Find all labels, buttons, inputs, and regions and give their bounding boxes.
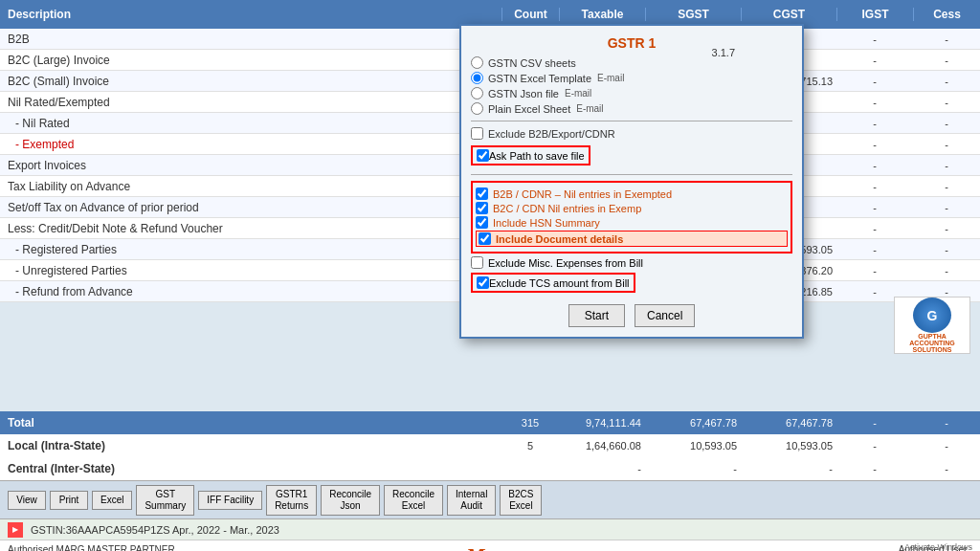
- csv-label: GSTN CSV sheets: [488, 57, 576, 69]
- central-cgst: -: [741, 463, 836, 474]
- central-cess: -: [913, 463, 980, 474]
- total-cgst: 67,467.78: [741, 417, 836, 429]
- central-taxable: -: [559, 463, 645, 474]
- cancel-button[interactable]: Cancel: [635, 304, 695, 327]
- main-content: Description Count Taxable SGST CGST IGST…: [0, 0, 980, 411]
- company-logo: G GUPTHA ACCOUNTING SOLUTIONS: [894, 297, 970, 354]
- export-options: GSTN CSV sheets GSTN Excel Template E-ma…: [471, 56, 792, 115]
- central-label: Central (Inter-State): [0, 462, 501, 475]
- central-igst: -: [836, 463, 913, 474]
- cb-doc-label: Include Document details: [496, 233, 623, 245]
- ask-path-label: Ask Path to save file: [489, 150, 585, 162]
- total-row: Total 315 9,74,111.44 67,467.78 67,467.7…: [0, 411, 980, 434]
- local-cess: -: [913, 440, 980, 452]
- dialog-title: GSTR 1: [471, 35, 792, 51]
- toolbar-btn-gstsummary[interactable]: GST Summary: [136, 485, 194, 516]
- total-taxable: 9,74,111.44: [559, 417, 645, 429]
- highlighted-checkboxes-group: B2B / CDNR – Nil entries in Exempted B2C…: [471, 181, 792, 253]
- total-label: Total: [0, 416, 501, 430]
- footer-info: Authorised MARG MASTER PARTNER GUPTHA BU…: [0, 540, 980, 551]
- local-sgst: 10,593.05: [645, 440, 741, 452]
- start-button[interactable]: Start: [568, 304, 625, 327]
- toolbar-btn-excel[interactable]: Excel: [92, 491, 132, 510]
- logo-circle: G: [913, 298, 951, 333]
- footer-left: Authorised MARG MASTER PARTNER GUPTHA BU…: [8, 544, 466, 551]
- toolbar-btn-reconcileexcel[interactable]: Reconcile Excel: [384, 485, 443, 516]
- cb-misc-expenses[interactable]: Exclude Misc. Expenses from Bill: [471, 256, 792, 269]
- toolbar-btn-b2csexcel[interactable]: B2CS Excel: [500, 485, 542, 516]
- toolbar-btn-ifffacility[interactable]: IFF Facility: [198, 491, 262, 510]
- central-sgst: -: [645, 463, 741, 474]
- toolbar-btn-internalaudit[interactable]: Internal Audit: [447, 485, 496, 516]
- cb-tcs-row[interactable]: Exclude TCS amount from Bill: [471, 273, 635, 293]
- marg-logo: Marg: [466, 543, 514, 552]
- option-json[interactable]: GSTN Json file E-mail: [471, 87, 792, 99]
- exclude-b2b-row[interactable]: Exclude B2B/Export/CDNR: [471, 127, 792, 140]
- cb-b2b-cdnr-label: B2B / CDNR – Nil entries in Exempted: [493, 188, 672, 200]
- cb-doc-details[interactable]: Include Document details: [476, 231, 788, 247]
- footer-center: Marg: [466, 543, 514, 552]
- logo-name: GUPTHA ACCOUNTING SOLUTIONS: [895, 333, 969, 353]
- excel-template-label: GSTN Excel Template: [488, 73, 591, 84]
- local-label: Local (Intra-State): [0, 439, 501, 452]
- local-cgst: 10,593.05: [741, 440, 836, 452]
- option-plain-excel[interactable]: Plain Excel Sheet E-mail: [471, 102, 792, 115]
- option-excel-template[interactable]: GSTN Excel Template E-mail: [471, 72, 792, 84]
- plain-email-label: E-mail: [576, 103, 603, 114]
- total-igst: -: [836, 417, 913, 429]
- local-count: 5: [501, 440, 559, 452]
- total-cess: -: [913, 417, 980, 429]
- total-count: 315: [501, 417, 559, 429]
- cb-b2b-cdnr[interactable]: B2B / CDNR – Nil entries in Exempted: [476, 187, 788, 200]
- dialog-buttons: Start Cancel: [471, 304, 792, 327]
- json-label: GSTN Json file: [488, 88, 559, 99]
- local-taxable: 1,64,660.08: [559, 440, 645, 452]
- exclude-b2b-label: Exclude B2B/Export/CDNR: [488, 128, 615, 140]
- gstr1-dialog: GSTR 1 3.1.7 GSTN CSV sheets GSTN Excel …: [459, 24, 804, 339]
- toolbar-btn-gstr1returns[interactable]: GSTR1 Returns: [266, 485, 317, 516]
- toolbar-btn-view[interactable]: View: [8, 491, 46, 510]
- ask-path-row[interactable]: Ask Path to save file: [471, 145, 590, 165]
- gstin-info: GSTIN:36AAAPCA5954P1ZS Apr., 2022 - Mar.…: [31, 524, 279, 536]
- toolbar-btn-reconcilejson[interactable]: Reconcile Json: [321, 485, 380, 516]
- local-row: Local (Intra-State) 5 1,64,660.08 10,593…: [0, 434, 980, 457]
- cb-b2c-cdn-label: B2C / CDN Nil entries in Exemp: [493, 203, 641, 214]
- bottom-toolbar: ViewPrintExcelGST SummaryIFF FacilityGST…: [0, 480, 980, 518]
- cb-b2c-cdn[interactable]: B2C / CDN Nil entries in Exemp: [476, 202, 788, 214]
- central-row: Central (Inter-State) - - - - -: [0, 457, 980, 480]
- local-igst: -: [836, 440, 913, 452]
- windows-notice: Activate Windows Go to Settings to activ…: [836, 542, 972, 551]
- toolbar-btn-print[interactable]: Print: [50, 491, 88, 510]
- totals-section: Total 315 9,74,111.44 67,467.78 67,467.7…: [0, 411, 980, 480]
- total-sgst: 67,467.78: [645, 417, 741, 429]
- option-csv[interactable]: GSTN CSV sheets: [471, 56, 792, 69]
- excel-email-label: E-mail: [597, 73, 624, 83]
- partner-label: Authorised MARG MASTER PARTNER: [8, 544, 466, 551]
- plain-excel-label: Plain Excel Sheet: [488, 103, 570, 115]
- cb-hsn-label: Include HSN Summary: [493, 217, 600, 229]
- cb-tcs-label: Exclude TCS amount from Bill: [489, 277, 630, 289]
- dialog-overlay: GSTR 1 3.1.7 GSTN CSV sheets GSTN Excel …: [0, 0, 980, 411]
- cb-misc-label: Exclude Misc. Expenses from Bill: [488, 257, 643, 269]
- play-button[interactable]: ▶: [8, 522, 23, 538]
- status-bar: ▶ GSTIN:36AAAPCA5954P1ZS Apr., 2022 - Ma…: [0, 518, 980, 540]
- json-email-label: E-mail: [565, 88, 591, 99]
- cb-hsn-summary[interactable]: Include HSN Summary: [476, 216, 788, 229]
- dialog-version: 3.1.7: [712, 47, 735, 58]
